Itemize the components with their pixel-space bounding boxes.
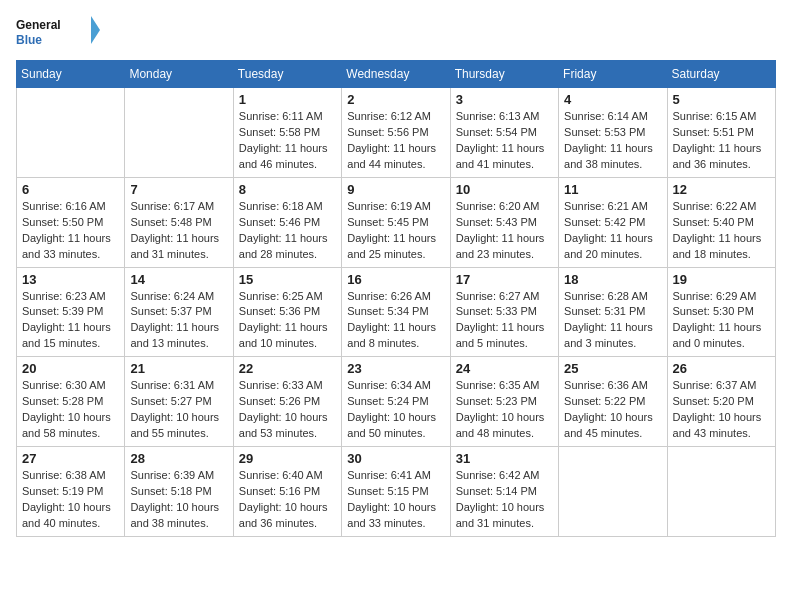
day-number: 21 <box>130 361 227 376</box>
day-number: 31 <box>456 451 553 466</box>
day-number: 9 <box>347 182 444 197</box>
weekday-header-sunday: Sunday <box>17 61 125 88</box>
day-cell <box>559 447 667 537</box>
day-info: Sunrise: 6:19 AM Sunset: 5:45 PM Dayligh… <box>347 199 444 263</box>
day-info: Sunrise: 6:16 AM Sunset: 5:50 PM Dayligh… <box>22 199 119 263</box>
day-cell: 28Sunrise: 6:39 AM Sunset: 5:18 PM Dayli… <box>125 447 233 537</box>
week-row-4: 20Sunrise: 6:30 AM Sunset: 5:28 PM Dayli… <box>17 357 776 447</box>
day-info: Sunrise: 6:23 AM Sunset: 5:39 PM Dayligh… <box>22 289 119 353</box>
day-cell: 31Sunrise: 6:42 AM Sunset: 5:14 PM Dayli… <box>450 447 558 537</box>
day-cell: 14Sunrise: 6:24 AM Sunset: 5:37 PM Dayli… <box>125 267 233 357</box>
day-number: 28 <box>130 451 227 466</box>
day-cell: 19Sunrise: 6:29 AM Sunset: 5:30 PM Dayli… <box>667 267 775 357</box>
day-cell: 1Sunrise: 6:11 AM Sunset: 5:58 PM Daylig… <box>233 88 341 178</box>
day-cell: 17Sunrise: 6:27 AM Sunset: 5:33 PM Dayli… <box>450 267 558 357</box>
day-info: Sunrise: 6:36 AM Sunset: 5:22 PM Dayligh… <box>564 378 661 442</box>
day-number: 15 <box>239 272 336 287</box>
day-cell: 27Sunrise: 6:38 AM Sunset: 5:19 PM Dayli… <box>17 447 125 537</box>
day-info: Sunrise: 6:39 AM Sunset: 5:18 PM Dayligh… <box>130 468 227 532</box>
day-number: 8 <box>239 182 336 197</box>
day-cell: 22Sunrise: 6:33 AM Sunset: 5:26 PM Dayli… <box>233 357 341 447</box>
day-number: 29 <box>239 451 336 466</box>
day-number: 14 <box>130 272 227 287</box>
day-number: 20 <box>22 361 119 376</box>
day-info: Sunrise: 6:29 AM Sunset: 5:30 PM Dayligh… <box>673 289 770 353</box>
page-header: General Blue <box>16 16 776 48</box>
day-cell: 6Sunrise: 6:16 AM Sunset: 5:50 PM Daylig… <box>17 177 125 267</box>
day-number: 4 <box>564 92 661 107</box>
day-cell: 23Sunrise: 6:34 AM Sunset: 5:24 PM Dayli… <box>342 357 450 447</box>
day-info: Sunrise: 6:26 AM Sunset: 5:34 PM Dayligh… <box>347 289 444 353</box>
day-cell: 4Sunrise: 6:14 AM Sunset: 5:53 PM Daylig… <box>559 88 667 178</box>
day-info: Sunrise: 6:33 AM Sunset: 5:26 PM Dayligh… <box>239 378 336 442</box>
day-number: 11 <box>564 182 661 197</box>
weekday-header-saturday: Saturday <box>667 61 775 88</box>
day-number: 12 <box>673 182 770 197</box>
day-info: Sunrise: 6:31 AM Sunset: 5:27 PM Dayligh… <box>130 378 227 442</box>
day-number: 3 <box>456 92 553 107</box>
day-number: 17 <box>456 272 553 287</box>
day-number: 23 <box>347 361 444 376</box>
day-info: Sunrise: 6:40 AM Sunset: 5:16 PM Dayligh… <box>239 468 336 532</box>
weekday-header-wednesday: Wednesday <box>342 61 450 88</box>
svg-text:Blue: Blue <box>16 33 42 47</box>
day-cell <box>667 447 775 537</box>
day-cell: 5Sunrise: 6:15 AM Sunset: 5:51 PM Daylig… <box>667 88 775 178</box>
day-cell: 11Sunrise: 6:21 AM Sunset: 5:42 PM Dayli… <box>559 177 667 267</box>
day-info: Sunrise: 6:18 AM Sunset: 5:46 PM Dayligh… <box>239 199 336 263</box>
day-cell: 30Sunrise: 6:41 AM Sunset: 5:15 PM Dayli… <box>342 447 450 537</box>
day-cell <box>17 88 125 178</box>
day-info: Sunrise: 6:12 AM Sunset: 5:56 PM Dayligh… <box>347 109 444 173</box>
day-number: 10 <box>456 182 553 197</box>
day-info: Sunrise: 6:38 AM Sunset: 5:19 PM Dayligh… <box>22 468 119 532</box>
day-number: 30 <box>347 451 444 466</box>
day-info: Sunrise: 6:27 AM Sunset: 5:33 PM Dayligh… <box>456 289 553 353</box>
day-info: Sunrise: 6:34 AM Sunset: 5:24 PM Dayligh… <box>347 378 444 442</box>
day-info: Sunrise: 6:42 AM Sunset: 5:14 PM Dayligh… <box>456 468 553 532</box>
day-info: Sunrise: 6:11 AM Sunset: 5:58 PM Dayligh… <box>239 109 336 173</box>
weekday-header-monday: Monday <box>125 61 233 88</box>
day-number: 1 <box>239 92 336 107</box>
day-number: 13 <box>22 272 119 287</box>
day-info: Sunrise: 6:13 AM Sunset: 5:54 PM Dayligh… <box>456 109 553 173</box>
weekday-header-friday: Friday <box>559 61 667 88</box>
day-cell: 2Sunrise: 6:12 AM Sunset: 5:56 PM Daylig… <box>342 88 450 178</box>
day-number: 18 <box>564 272 661 287</box>
day-cell: 9Sunrise: 6:19 AM Sunset: 5:45 PM Daylig… <box>342 177 450 267</box>
week-row-1: 1Sunrise: 6:11 AM Sunset: 5:58 PM Daylig… <box>17 88 776 178</box>
calendar-table: SundayMondayTuesdayWednesdayThursdayFrid… <box>16 60 776 537</box>
day-cell <box>125 88 233 178</box>
day-info: Sunrise: 6:15 AM Sunset: 5:51 PM Dayligh… <box>673 109 770 173</box>
day-cell: 12Sunrise: 6:22 AM Sunset: 5:40 PM Dayli… <box>667 177 775 267</box>
day-cell: 24Sunrise: 6:35 AM Sunset: 5:23 PM Dayli… <box>450 357 558 447</box>
day-info: Sunrise: 6:28 AM Sunset: 5:31 PM Dayligh… <box>564 289 661 353</box>
day-number: 2 <box>347 92 444 107</box>
day-cell: 3Sunrise: 6:13 AM Sunset: 5:54 PM Daylig… <box>450 88 558 178</box>
day-cell: 13Sunrise: 6:23 AM Sunset: 5:39 PM Dayli… <box>17 267 125 357</box>
day-number: 24 <box>456 361 553 376</box>
day-info: Sunrise: 6:22 AM Sunset: 5:40 PM Dayligh… <box>673 199 770 263</box>
day-cell: 18Sunrise: 6:28 AM Sunset: 5:31 PM Dayli… <box>559 267 667 357</box>
day-number: 26 <box>673 361 770 376</box>
day-info: Sunrise: 6:17 AM Sunset: 5:48 PM Dayligh… <box>130 199 227 263</box>
day-cell: 25Sunrise: 6:36 AM Sunset: 5:22 PM Dayli… <box>559 357 667 447</box>
day-info: Sunrise: 6:20 AM Sunset: 5:43 PM Dayligh… <box>456 199 553 263</box>
day-cell: 26Sunrise: 6:37 AM Sunset: 5:20 PM Dayli… <box>667 357 775 447</box>
day-cell: 16Sunrise: 6:26 AM Sunset: 5:34 PM Dayli… <box>342 267 450 357</box>
day-info: Sunrise: 6:24 AM Sunset: 5:37 PM Dayligh… <box>130 289 227 353</box>
day-number: 16 <box>347 272 444 287</box>
day-info: Sunrise: 6:41 AM Sunset: 5:15 PM Dayligh… <box>347 468 444 532</box>
weekday-header-thursday: Thursday <box>450 61 558 88</box>
week-row-3: 13Sunrise: 6:23 AM Sunset: 5:39 PM Dayli… <box>17 267 776 357</box>
day-number: 5 <box>673 92 770 107</box>
day-info: Sunrise: 6:14 AM Sunset: 5:53 PM Dayligh… <box>564 109 661 173</box>
day-number: 19 <box>673 272 770 287</box>
day-number: 27 <box>22 451 119 466</box>
day-cell: 20Sunrise: 6:30 AM Sunset: 5:28 PM Dayli… <box>17 357 125 447</box>
day-number: 22 <box>239 361 336 376</box>
day-info: Sunrise: 6:37 AM Sunset: 5:20 PM Dayligh… <box>673 378 770 442</box>
svg-text:General: General <box>16 18 61 32</box>
day-cell: 15Sunrise: 6:25 AM Sunset: 5:36 PM Dayli… <box>233 267 341 357</box>
logo-svg: General Blue <box>16 16 106 48</box>
day-cell: 21Sunrise: 6:31 AM Sunset: 5:27 PM Dayli… <box>125 357 233 447</box>
